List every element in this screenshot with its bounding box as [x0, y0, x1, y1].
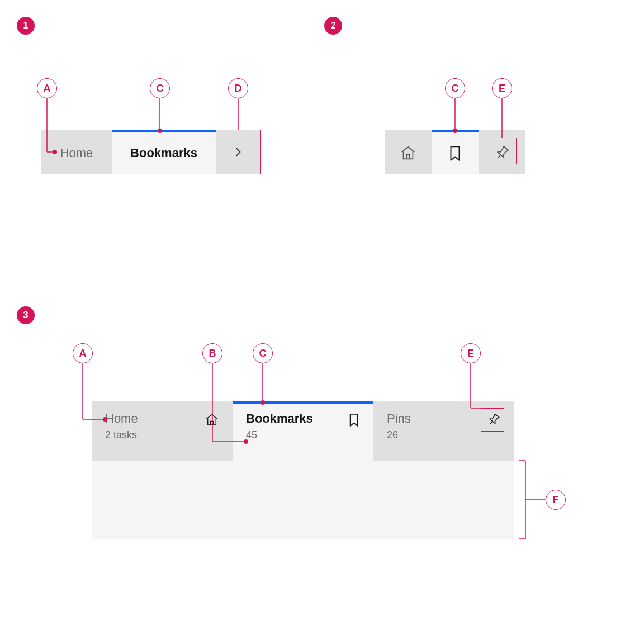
bookmark-icon — [447, 145, 463, 162]
callout-dot — [244, 439, 248, 444]
tab-title: Home — [105, 411, 138, 426]
divider-vertical — [310, 0, 310, 290]
tabbar-large: Home 2 tasks Bookmarks 45 Pins 26 — [92, 401, 514, 461]
callout-A: A — [37, 78, 57, 98]
callout-C: C — [150, 78, 170, 98]
callout-F: F — [546, 490, 566, 510]
connector-lines — [0, 0, 644, 644]
callout-C: C — [445, 78, 465, 98]
callout-D: D — [228, 78, 248, 98]
tab-icon-bookmark[interactable] — [432, 130, 479, 174]
tab-title: Bookmarks — [246, 411, 313, 426]
callout-E: E — [492, 78, 512, 98]
callout-dot — [53, 150, 57, 154]
tab-home[interactable]: Home — [41, 130, 112, 174]
section-badge-1: 1 — [17, 17, 35, 35]
highlight-E — [481, 408, 504, 432]
callout-C: C — [253, 343, 273, 363]
highlight-D — [216, 130, 261, 174]
tab-subtext: 26 — [387, 429, 411, 441]
home-icon — [400, 145, 416, 162]
section-badge-2: 2 — [324, 17, 342, 35]
callout-A: A — [73, 343, 93, 363]
tab-label: Bookmarks — [130, 146, 197, 160]
tab-subtext: 45 — [246, 429, 313, 441]
callout-dot — [158, 129, 162, 133]
tab-subtext: 2 tasks — [105, 429, 138, 441]
highlight-E — [490, 138, 517, 164]
section-badge-3: 3 — [17, 306, 35, 324]
callout-B: B — [202, 343, 222, 363]
bookmark-icon — [348, 413, 360, 461]
callout-dot — [453, 129, 457, 133]
tab-label: Home — [60, 146, 93, 160]
tab-content-panel — [92, 461, 514, 539]
callout-dot — [261, 400, 265, 405]
bigtab-bookmarks[interactable]: Bookmarks 45 — [233, 401, 373, 461]
home-icon — [205, 413, 219, 461]
divider-horizontal — [0, 290, 644, 290]
tab-bookmarks[interactable]: Bookmarks — [112, 130, 216, 174]
callout-dot — [103, 417, 107, 422]
tab-icon-home[interactable] — [385, 130, 432, 174]
callout-E: E — [461, 343, 481, 363]
bigtab-home[interactable]: Home 2 tasks — [92, 401, 233, 461]
tab-title: Pins — [387, 411, 411, 426]
